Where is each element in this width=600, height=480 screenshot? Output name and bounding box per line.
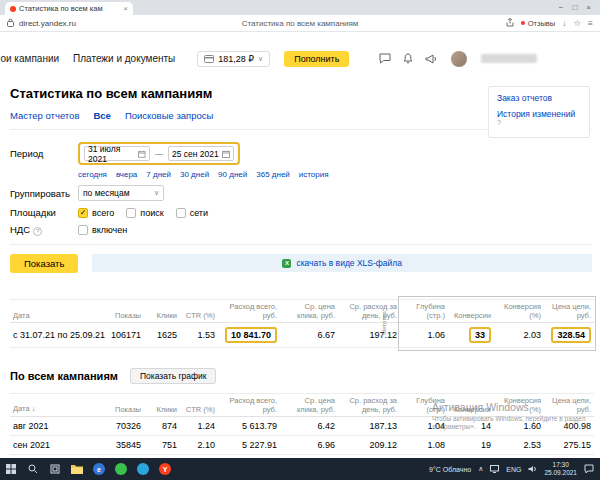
group-by-select[interactable]: по месяцам ∨ — [78, 185, 164, 201]
close-button[interactable]: × — [586, 3, 591, 12]
col-header: Расход всего, руб. — [218, 393, 280, 416]
table-cell: 19 — [448, 435, 494, 454]
platform-all-option[interactable]: ✓ всего — [78, 208, 114, 218]
table-cell: 1.53 — [180, 322, 218, 347]
tab-close-icon[interactable]: × — [123, 5, 128, 13]
highlight-annotation: 33 — [469, 327, 491, 343]
period-7days-link[interactable]: 7 дней — [146, 170, 171, 179]
col-header: Ср. расход за день, руб. — [338, 299, 400, 322]
edge-browser-icon[interactable]: e — [88, 458, 110, 480]
bookmark-icon[interactable]: ☆ — [573, 19, 581, 28]
checkbox-icon[interactable] — [78, 225, 88, 235]
balance-control[interactable]: 181,28 ₽ ∨ — [197, 51, 270, 67]
period-yesterday-link[interactable]: вчера — [116, 170, 137, 179]
order-reports-link[interactable]: Заказ отчетов — [497, 93, 581, 103]
lock-icon[interactable] — [7, 18, 14, 29]
tab-all[interactable]: Все — [93, 110, 110, 121]
file-explorer-icon[interactable] — [66, 458, 88, 480]
browser-tab[interactable]: Статистика по всем кам × — [5, 2, 133, 15]
summary-header-row: Дата Показы Клики CTR (%) Расход всего, … — [10, 299, 594, 322]
show-chart-button[interactable]: Показать график — [130, 368, 217, 384]
volume-icon[interactable] — [528, 465, 537, 474]
toolbar-actions: Отзывы ↓ ☆ ≡ — [506, 18, 593, 29]
search-icon[interactable] — [22, 458, 44, 480]
minimize-button[interactable]: − — [559, 3, 564, 12]
summary-table: Дата Показы Клики CTR (%) Расход всего, … — [10, 299, 594, 348]
bell-icon[interactable] — [403, 50, 413, 68]
start-button[interactable] — [0, 458, 22, 480]
col-header: Цена цели, руб. — [544, 299, 594, 322]
period-90days-link[interactable]: 90 дней — [218, 170, 247, 179]
highlight-annotation: 10 841.70 — [225, 327, 277, 343]
task-view-button[interactable] — [44, 458, 66, 480]
display-icon[interactable] — [490, 465, 499, 474]
nav-payments-documents[interactable]: Платежи и документы — [73, 53, 175, 64]
summary-data-row: с 31.07.21 по 25.09.21 106171 1625 1.53 … — [10, 322, 594, 347]
direct-header: Мои кампании Платежи и документы 181,28 … — [0, 33, 600, 78]
sidebar-menu-icon[interactable]: ≡ — [588, 19, 593, 28]
history-hint-icon[interactable]: ? — [497, 119, 501, 126]
history-changes-link[interactable]: История изменений — [497, 109, 575, 119]
period-30days-link[interactable]: 30 дней — [180, 170, 209, 179]
platform-search-option[interactable]: поиск — [126, 208, 163, 218]
chat-icon[interactable] — [379, 50, 391, 68]
table-row: авг 2021 70326 874 1.24 5 613.79 6.42 18… — [10, 416, 594, 435]
col-header: Ср. цена клика, руб. — [280, 299, 338, 322]
checkbox-checked-icon[interactable]: ✓ — [78, 208, 88, 218]
download-xls-link[interactable]: скачать в виде XLS-файла — [296, 258, 402, 268]
tab-search-queries[interactable]: Поисковые запросы — [125, 110, 213, 121]
col-header-date[interactable]: Дата ↓ — [10, 393, 98, 416]
nav-my-campaigns[interactable]: Мои кампании — [0, 53, 59, 64]
user-avatar[interactable] — [451, 51, 467, 67]
chevron-down-icon: ∨ — [258, 55, 263, 63]
show-button[interactable]: Показать — [10, 254, 78, 273]
checkbox-icon[interactable] — [176, 208, 186, 218]
megaphone-icon[interactable] — [425, 50, 437, 68]
vat-help-icon[interactable]: ? — [33, 227, 42, 236]
maximize-button[interactable]: □ — [572, 3, 577, 12]
table-cell: 1625 — [144, 322, 180, 347]
period-history-link[interactable]: история — [299, 170, 329, 179]
actions-row: Показать X скачать в виде XLS-файла — [10, 254, 592, 273]
table-cell: 33 — [448, 322, 494, 347]
share-icon[interactable] — [506, 18, 514, 29]
table-cell: 874 — [144, 416, 180, 435]
tab-report-master[interactable]: Мастер отчетов — [10, 110, 79, 121]
main-content: Статистика по всем кампаниям Заказ отчет… — [0, 78, 600, 458]
col-header: Ср. цена клика, руб. — [280, 393, 338, 416]
campaigns-section-header: По всем кампаниям Показать график — [10, 368, 592, 384]
tray-expand-icon[interactable]: ∧ — [478, 465, 483, 473]
notifications-icon[interactable] — [584, 464, 594, 475]
screen: Статистика по всем кам × − □ × direct.ya… — [0, 0, 600, 480]
feedback-label: Отзывы — [528, 19, 555, 28]
table-cell: 14 — [448, 416, 494, 435]
platform-networks-option[interactable]: сети — [176, 208, 208, 218]
browser-page-title: Статистика по всем кампаниям — [242, 19, 359, 28]
col-header: Глубина (стр.) — [400, 393, 448, 416]
campaigns-section-title: По всем кампаниям — [10, 370, 118, 382]
url-text[interactable]: direct.yandex.ru — [19, 19, 76, 28]
yandex-browser-icon[interactable]: Y — [154, 458, 176, 480]
whatsapp-icon[interactable] — [110, 458, 132, 480]
col-header: Клики — [144, 393, 180, 416]
telegram-icon[interactable] — [132, 458, 154, 480]
group-row: Группировать по месяцам ∨ — [10, 185, 592, 201]
col-header: Ср. расход за день, руб. — [338, 393, 400, 416]
period-today-link[interactable]: сегодня — [78, 170, 107, 179]
table-cell: 1.06 — [400, 322, 448, 347]
table-cell: 2.10 — [180, 435, 218, 454]
date-to-input[interactable]: 25 сен 2021 — [168, 146, 234, 161]
weather-status[interactable]: 9°C Облачно — [429, 466, 471, 473]
col-header: Показы — [98, 299, 144, 322]
date-from-input[interactable]: 31 июля 2021 — [84, 146, 150, 161]
clock[interactable]: 17:30 25.09.2021 — [544, 461, 577, 477]
feedback-badge[interactable]: Отзывы — [521, 19, 555, 28]
vat-included-option[interactable]: включен — [78, 225, 127, 235]
language-indicator[interactable]: ENG — [506, 466, 521, 473]
topup-button[interactable]: Пополнить — [284, 51, 349, 67]
xls-download-strip: X скачать в виде XLS-файла — [92, 254, 592, 272]
checkbox-icon[interactable] — [126, 208, 136, 218]
tray-date: 25.09.2021 — [544, 469, 577, 477]
downloads-icon[interactable]: ↓ — [562, 19, 566, 28]
period-365days-link[interactable]: 365 дней — [256, 170, 290, 179]
